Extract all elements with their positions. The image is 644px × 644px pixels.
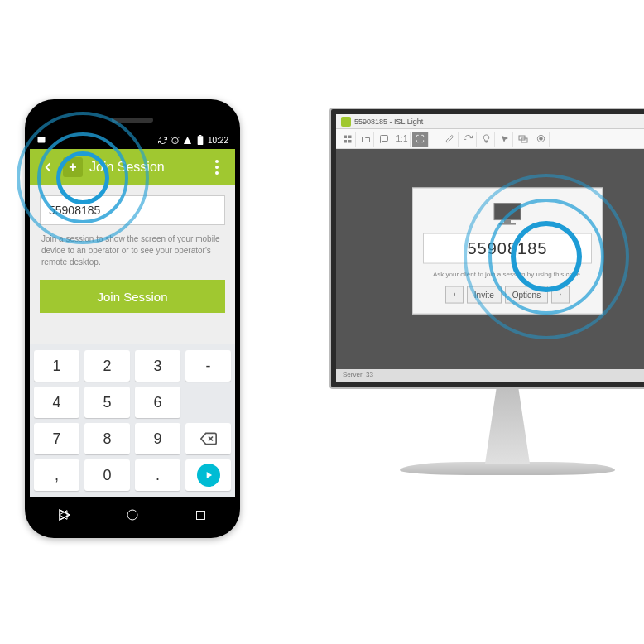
- monitor-device: 55908185 - ISL Light 1:1 55: [329, 108, 644, 475]
- app-toolbar: 1:1: [336, 129, 644, 149]
- session-panel: 55908185 Ask your client to join a sessi…: [412, 188, 603, 315]
- svg-point-14: [540, 137, 543, 141]
- nav-recent-button[interactable]: [183, 497, 219, 533]
- android-nav-bar: [30, 497, 235, 533]
- notification-icon: [36, 135, 46, 145]
- folder-icon[interactable]: [358, 132, 374, 147]
- svg-rect-17: [499, 223, 516, 225]
- ratio-button[interactable]: 1:1: [394, 132, 411, 147]
- record-icon[interactable]: [533, 132, 550, 147]
- send-icon: [197, 464, 220, 487]
- svg-rect-10: [348, 140, 352, 143]
- monitor-bezel: 55908185 - ISL Light 1:1 55: [329, 108, 644, 389]
- screens-icon[interactable]: [515, 132, 531, 147]
- app-logo-icon: +: [63, 157, 83, 177]
- more-vert-icon: [215, 160, 219, 175]
- numeric-keyboard: 1 2 3 - 4 5 6 7 8 9 , 0: [30, 344, 235, 497]
- android-status-bar: 10:22: [30, 131, 235, 149]
- svg-rect-2: [198, 136, 204, 145]
- app-bar-title: Join Session: [89, 160, 202, 175]
- nav-home-button[interactable]: [114, 497, 151, 533]
- grid-icon[interactable]: [339, 132, 356, 147]
- phone-speaker: [112, 118, 153, 123]
- key-2[interactable]: 2: [84, 350, 130, 382]
- key-9[interactable]: 9: [135, 423, 180, 454]
- svg-rect-0: [38, 137, 46, 143]
- pointer-icon[interactable]: [497, 132, 513, 147]
- back-button[interactable]: [33, 152, 63, 182]
- key-4[interactable]: 4: [34, 387, 79, 418]
- key-1[interactable]: 1: [34, 350, 79, 382]
- key-backspace[interactable]: [185, 423, 231, 454]
- monitor-stand: [470, 389, 545, 464]
- status-time: 10:22: [208, 136, 228, 145]
- app-bar: + Join Session: [30, 149, 235, 185]
- key-send[interactable]: [185, 459, 231, 491]
- key-dash[interactable]: -: [185, 350, 231, 382]
- chevron-right-icon: [557, 291, 564, 298]
- next-button[interactable]: [551, 286, 570, 304]
- svg-point-5: [127, 510, 137, 520]
- svg-marker-4: [60, 511, 67, 520]
- key-7[interactable]: 7: [34, 423, 79, 454]
- signal-icon: [183, 135, 193, 145]
- chat-icon[interactable]: [376, 132, 392, 147]
- backspace-icon: [200, 430, 217, 447]
- monitor-base: [400, 462, 615, 475]
- svg-rect-16: [504, 220, 511, 223]
- join-session-button[interactable]: Join Session: [40, 280, 225, 313]
- bulb-icon[interactable]: [478, 132, 495, 147]
- key-empty: [185, 387, 231, 418]
- session-code-input[interactable]: [40, 195, 225, 225]
- refresh-icon[interactable]: [460, 132, 477, 147]
- key-5[interactable]: 5: [84, 387, 130, 418]
- svg-rect-15: [494, 204, 521, 220]
- helper-text: Join a session to show the screen of you…: [41, 233, 223, 268]
- alarm-icon: [171, 135, 180, 145]
- key-3[interactable]: 3: [135, 350, 180, 382]
- chevron-left-icon: [451, 291, 458, 298]
- svg-rect-6: [197, 511, 205, 519]
- phone-device: 10:22 + Join Session Join a session to s…: [25, 99, 240, 538]
- edit-icon[interactable]: [442, 132, 459, 147]
- key-0[interactable]: 0: [84, 459, 130, 491]
- overflow-menu-button[interactable]: [202, 152, 232, 182]
- key-6[interactable]: 6: [135, 387, 180, 418]
- key-comma[interactable]: ,: [34, 459, 79, 491]
- monitor-screen: 55908185 - ISL Light 1:1 55: [336, 114, 644, 382]
- invite-button[interactable]: Invite: [467, 286, 502, 304]
- key-period[interactable]: .: [135, 459, 180, 491]
- session-code-display: 55908185: [423, 233, 592, 264]
- phone-content: Join a session to show the screen of you…: [30, 185, 235, 344]
- sync-icon: [158, 135, 168, 145]
- nav-back-button[interactable]: [46, 497, 82, 533]
- window-title-bar: 55908185 - ISL Light: [336, 114, 644, 129]
- app-window-logo-icon: [341, 117, 351, 127]
- key-8[interactable]: 8: [84, 423, 130, 454]
- fullscreen-icon[interactable]: [412, 132, 429, 147]
- status-line: Server: 33: [336, 369, 644, 382]
- svg-rect-3: [199, 135, 202, 136]
- svg-rect-7: [344, 135, 347, 138]
- options-button[interactable]: Options: [505, 286, 548, 304]
- session-hint-text: Ask your client to join a session by usi…: [423, 271, 592, 278]
- prev-button[interactable]: [445, 286, 464, 304]
- phone-frame: 10:22 + Join Session Join a session to s…: [30, 104, 235, 533]
- svg-rect-9: [344, 140, 347, 143]
- battery-icon: [195, 135, 205, 145]
- svg-rect-8: [348, 135, 352, 138]
- window-title-text: 55908185 - ISL Light: [354, 118, 423, 126]
- monitor-icon: [493, 202, 522, 227]
